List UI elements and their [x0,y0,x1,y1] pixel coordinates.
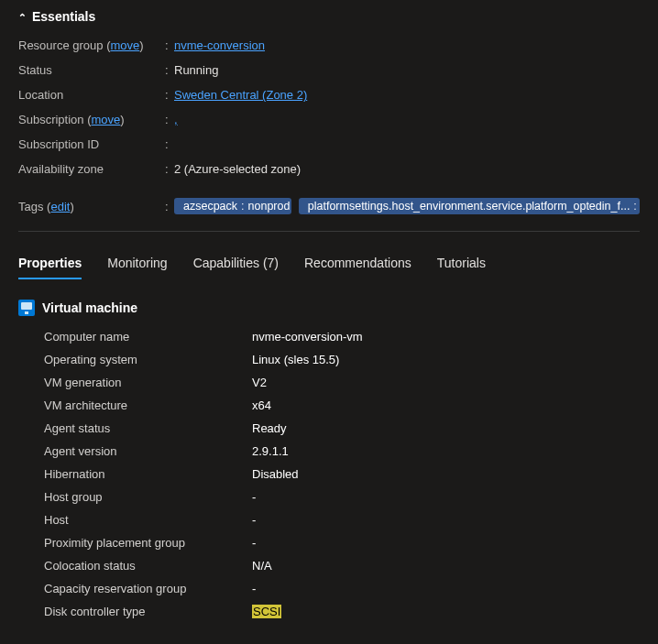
prop-row: Agent status Ready [18,417,640,440]
section-virtual-machine: Virtual machine [18,300,640,316]
vm-icon [18,300,35,316]
prop-row: Operating system Linux (sles 15.5) [18,348,640,371]
prop-label-computer-name: Computer name [18,330,252,344]
vm-section-title: Virtual machine [42,300,137,315]
tab-capabilities[interactable]: Capabilities (7) [193,252,279,279]
prop-value-crg: - [252,582,640,595]
row-resource-group: Resource group (move) : nvme-conversion [18,33,640,58]
prop-row: Colocation status N/A [18,554,640,577]
prop-value-os: Linux (sles 15.5) [252,353,640,366]
prop-label-host-group: Host group [18,490,252,504]
prop-label-colocation: Colocation status [18,559,252,573]
essentials-toggle[interactable]: ⌄ Essentials [18,9,640,24]
label-tags: Tags [18,200,43,213]
location-link[interactable]: Sweden Central (Zone 2) [174,88,307,102]
tag-pill[interactable]: azsecpack : nonprod [174,198,291,214]
prop-label-ppg: Proximity placement group [18,536,252,550]
prop-row: Proximity placement group - [18,531,640,554]
prop-row: Computer name nvme-conversion-vm [18,325,640,348]
tag-val: nonprod [248,200,291,213]
prop-value-disk-controller: SCSI [252,605,281,618]
prop-value-architecture: x64 [252,398,640,412]
subscription-move-link[interactable]: move [92,113,121,126]
row-availability-zone: Availability zone : 2 (Azure-selected zo… [18,157,640,181]
label-subscription-id: Subscription ID [18,137,99,151]
prop-row: Hibernation Disabled [18,463,640,486]
row-subscription: Subscription (move) : , [18,107,640,132]
label-availability-zone: Availability zone [18,162,104,176]
prop-value-agent-status: Ready [252,421,640,435]
row-status: Status : Running [18,58,640,82]
label-subscription: Subscription [18,113,84,126]
prop-row: Host group - [18,486,640,508]
prop-label-disk-controller: Disk controller type [18,605,252,618]
prop-label-host: Host [18,513,252,527]
prop-value-host-group: - [252,490,640,504]
tab-properties[interactable]: Properties [18,252,82,279]
prop-value-generation: V2 [252,376,640,389]
tag-pill[interactable]: platformsettings.host_environment.servic… [299,198,640,214]
prop-value-hibernation: Disabled [252,467,640,481]
value-availability-zone: 2 (Azure-selected zone) [174,162,301,176]
chevron-up-icon: ⌄ [18,11,27,23]
resource-group-move-link[interactable]: move [110,38,139,52]
prop-row: Host - [18,508,640,531]
tab-tutorials[interactable]: Tutorials [437,252,486,279]
tab-recommendations[interactable]: Recommendations [304,252,411,279]
prop-row: Agent version 2.9.1.1 [18,440,640,463]
tags-edit-link[interactable]: edit [50,200,70,213]
resource-group-link[interactable]: nvme-conversion [174,38,265,52]
prop-label-os: Operating system [18,353,252,366]
prop-label-architecture: VM architecture [18,398,252,412]
subscription-link[interactable]: , [174,113,178,126]
prop-label-agent-version: Agent version [18,444,252,458]
row-tags: Tags (edit) : azsecpack : nonprod platfo… [18,191,640,218]
essentials-title: Essentials [32,9,95,24]
prop-value-colocation: N/A [252,559,640,573]
prop-value-computer-name: nvme-conversion-vm [252,330,640,344]
prop-value-ppg: - [252,536,640,550]
label-resource-group: Resource group [18,38,104,52]
prop-value-host: - [252,513,640,527]
prop-row: Disk controller type SCSI [18,600,640,623]
prop-label-hibernation: Hibernation [18,467,252,481]
row-subscription-id: Subscription ID : [18,132,640,157]
tag-key: azsecpack [183,200,237,213]
label-status: Status [18,63,52,77]
prop-label-crg: Capacity reservation group [18,582,252,595]
row-location: Location : Sweden Central (Zone 2) [18,82,640,107]
divider [18,231,640,232]
value-status: Running [174,63,218,77]
tag-sep: : [633,200,636,213]
tab-monitoring[interactable]: Monitoring [107,252,167,279]
label-location: Location [18,88,63,102]
prop-row: VM generation V2 [18,371,640,394]
prop-label-agent-status: Agent status [18,421,252,435]
prop-value-agent-version: 2.9.1.1 [252,444,640,458]
prop-label-generation: VM generation [18,376,252,389]
prop-row: VM architecture x64 [18,394,640,417]
prop-row: Capacity reservation group - [18,577,640,600]
tag-sep: : [241,200,244,213]
tabs: Properties Monitoring Capabilities (7) R… [18,252,640,279]
tag-key: platformsettings.host_environment.servic… [308,200,631,213]
